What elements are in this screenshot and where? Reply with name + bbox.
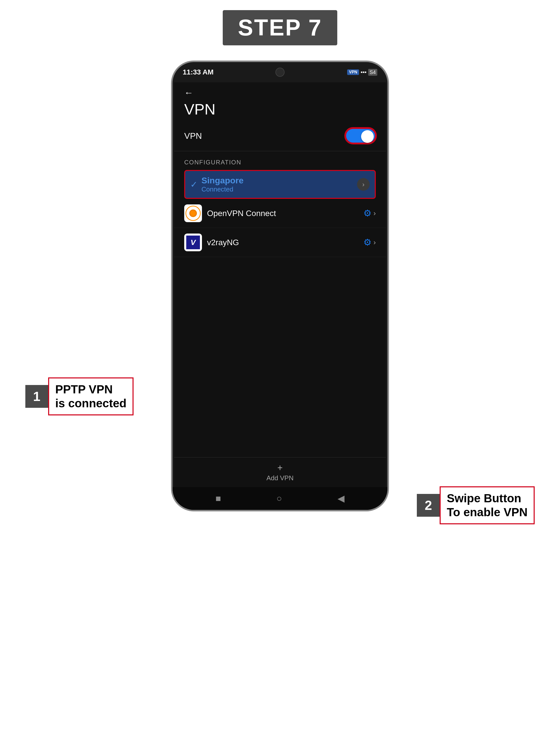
check-mark-icon: ✓ [190, 179, 197, 190]
signal-icon: ▪▪▪ [361, 69, 366, 76]
vpn-title: VPN [184, 101, 376, 118]
openvpn-icon [185, 206, 201, 221]
vpn-toggle-switch[interactable] [345, 128, 376, 143]
vpn-toggle-row: VPN [174, 123, 386, 148]
add-vpn-section: + Add VPN [174, 457, 386, 487]
v2ray-chevron-icon[interactable]: › [374, 238, 376, 247]
screen-header: ← VPN [174, 82, 386, 121]
singapore-name: Singapore [201, 176, 357, 185]
singapore-row[interactable]: ✓ Singapore Connected › [184, 170, 376, 199]
openvpn-chevron-icon[interactable]: › [374, 209, 376, 217]
phone-nav-bar: ■ ○ ◀ [173, 487, 387, 510]
callout-2-text: Swipe Button To enable VPN [440, 486, 535, 524]
callout-2-number: 2 [417, 494, 440, 517]
vpn-row-label: VPN [184, 131, 202, 141]
phone-screen: ← VPN VPN CONFIGURATION ✓ Singapore [174, 82, 386, 487]
v2ray-gear-icon[interactable]: ⚙ [363, 237, 371, 248]
nav-home-icon[interactable]: ○ [276, 493, 282, 504]
battery-icon: S4 [368, 69, 377, 76]
nav-square-icon[interactable]: ■ [215, 493, 221, 504]
toggle-knob [361, 130, 374, 143]
callout-2: 2 Swipe Button To enable VPN [417, 486, 535, 524]
callout-1: 1 PPTP VPN is connected [25, 377, 134, 415]
openvpn-icon-container [184, 204, 202, 222]
divider [174, 151, 386, 151]
chevron-right-icon: › [362, 181, 365, 189]
v2ray-name: v2rayNG [207, 238, 363, 247]
singapore-info: Singapore Connected [201, 176, 357, 193]
openvpn-inner [189, 210, 197, 217]
v2ray-row[interactable]: V v2rayNG ⚙ › [174, 228, 386, 257]
vpn-badge: VPN [347, 69, 359, 75]
singapore-status: Connected [201, 185, 357, 193]
step-header: STEP 7 [223, 10, 338, 45]
add-vpn-plus-icon[interactable]: + [277, 462, 283, 473]
config-label: CONFIGURATION [184, 159, 376, 166]
callout-1-number: 1 [25, 385, 48, 408]
status-icons: VPN ▪▪▪ S4 [347, 69, 377, 76]
screen-spacer [174, 257, 386, 457]
openvpn-gear-icon[interactable]: ⚙ [363, 208, 371, 219]
callout-1-text: PPTP VPN is connected [48, 377, 134, 415]
status-time: 11:33 AM [183, 68, 214, 76]
phone-camera [275, 68, 285, 77]
back-button[interactable]: ← [184, 87, 376, 98]
phone-shell: 11:33 AM VPN ▪▪▪ S4 ← VPN VPN [171, 61, 389, 511]
page-container: STEP 7 11:33 AM VPN ▪▪▪ S4 ← VPN VPN [0, 0, 560, 731]
openvpn-name: OpenVPN Connect [207, 209, 363, 218]
config-section: CONFIGURATION ✓ Singapore Connected › [174, 159, 386, 199]
nav-back-icon[interactable]: ◀ [338, 493, 345, 504]
v2ray-icon-container: V [184, 234, 202, 251]
openvpn-row[interactable]: OpenVPN Connect ⚙ › [174, 199, 386, 228]
singapore-chevron[interactable]: › [357, 178, 370, 191]
v2ray-icon: V [186, 236, 200, 249]
step-label: STEP 7 [238, 15, 322, 40]
status-bar: 11:33 AM VPN ▪▪▪ S4 [173, 62, 387, 82]
add-vpn-label[interactable]: Add VPN [267, 474, 294, 482]
